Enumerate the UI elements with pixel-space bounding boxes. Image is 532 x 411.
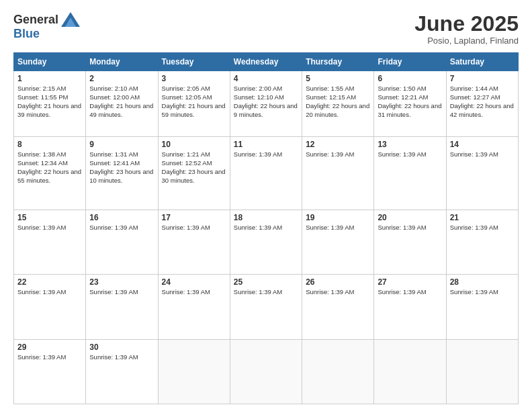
col-sunday: Sunday — [14, 53, 86, 71]
table-row: 8Sunrise: 1:38 AM Sunset: 12:34 AM Dayli… — [14, 137, 86, 210]
table-row: 12Sunrise: 1:39 AM — [302, 137, 374, 210]
day-number: 10 — [162, 140, 226, 149]
table-row: 28Sunrise: 1:39 AM — [446, 275, 518, 339]
calendar-week-row: 8Sunrise: 1:38 AM Sunset: 12:34 AM Dayli… — [14, 137, 519, 210]
table-row: 16Sunrise: 1:39 AM — [86, 210, 158, 275]
day-number: 19 — [306, 213, 370, 222]
day-info: Sunrise: 1:21 AM Sunset: 12:52 AM Daylig… — [162, 150, 226, 185]
calendar-header-row: Sunday Monday Tuesday Wednesday Thursday… — [14, 53, 519, 71]
col-wednesday: Wednesday — [230, 53, 302, 71]
calendar: Sunday Monday Tuesday Wednesday Thursday… — [13, 52, 519, 404]
table-row — [158, 339, 230, 404]
day-number: 26 — [306, 277, 370, 287]
table-row — [374, 339, 446, 404]
day-number: 14 — [450, 140, 515, 149]
day-number: 16 — [89, 213, 154, 222]
month-year: June 2025 — [414, 12, 519, 36]
day-info: Sunrise: 1:39 AM — [234, 224, 298, 232]
day-number: 18 — [234, 213, 298, 222]
table-row: 13Sunrise: 1:39 AM — [374, 137, 446, 210]
day-info: Sunrise: 1:31 AM Sunset: 12:41 AM Daylig… — [89, 150, 154, 185]
day-number: 30 — [89, 342, 154, 352]
day-info: Sunrise: 1:39 AM — [306, 150, 370, 159]
calendar-week-row: 29Sunrise: 1:39 AM30Sunrise: 1:39 AM — [14, 339, 519, 404]
table-row: 10Sunrise: 1:21 AM Sunset: 12:52 AM Dayl… — [158, 137, 230, 210]
day-info: Sunrise: 2:10 AM Sunset: 12:00 AM Daylig… — [89, 85, 154, 119]
day-info: Sunrise: 1:38 AM Sunset: 12:34 AM Daylig… — [17, 150, 82, 185]
day-number: 22 — [17, 277, 82, 287]
page: General Blue June 2025 Posio, Lapland, F… — [0, 0, 532, 411]
day-number: 6 — [378, 74, 442, 83]
day-number: 12 — [306, 140, 370, 149]
day-info: Sunrise: 1:39 AM — [450, 288, 515, 297]
logo-blue: Blue — [13, 27, 40, 40]
col-tuesday: Tuesday — [158, 53, 230, 71]
day-info: Sunrise: 1:39 AM — [306, 288, 370, 297]
day-info: Sunrise: 1:39 AM — [17, 288, 82, 297]
table-row — [446, 339, 518, 404]
table-row: 9Sunrise: 1:31 AM Sunset: 12:41 AM Dayli… — [86, 137, 158, 210]
day-info: Sunrise: 1:39 AM — [17, 224, 82, 232]
day-info: Sunrise: 1:39 AM — [378, 150, 442, 159]
table-row: 11Sunrise: 1:39 AM — [230, 137, 302, 210]
day-number: 28 — [450, 277, 515, 287]
table-row: 27Sunrise: 1:39 AM — [374, 275, 446, 339]
day-info: Sunrise: 1:39 AM — [306, 224, 370, 232]
table-row: 5Sunrise: 1:55 AM Sunset: 12:15 AM Dayli… — [302, 71, 374, 137]
title-block: June 2025 Posio, Lapland, Finland — [414, 12, 519, 46]
table-row: 7Sunrise: 1:44 AM Sunset: 12:27 AM Dayli… — [446, 71, 518, 137]
col-saturday: Saturday — [446, 53, 518, 71]
day-info: Sunrise: 2:00 AM Sunset: 12:10 AM Daylig… — [234, 85, 298, 119]
logo-text: General — [13, 13, 58, 26]
day-info: Sunrise: 1:39 AM — [450, 224, 515, 232]
table-row: 6Sunrise: 1:50 AM Sunset: 12:21 AM Dayli… — [374, 71, 446, 137]
day-number: 20 — [378, 213, 442, 222]
day-info: Sunrise: 1:39 AM — [162, 224, 226, 232]
col-friday: Friday — [374, 53, 446, 71]
table-row: 21Sunrise: 1:39 AM — [446, 210, 518, 275]
day-info: Sunrise: 1:44 AM Sunset: 12:27 AM Daylig… — [450, 85, 515, 119]
location: Posio, Lapland, Finland — [414, 36, 519, 46]
calendar-week-row: 1Sunrise: 2:15 AM Sunset: 11:55 PM Dayli… — [14, 71, 519, 137]
logo-icon — [61, 12, 80, 27]
day-info: Sunrise: 1:55 AM Sunset: 12:15 AM Daylig… — [306, 85, 370, 119]
table-row: 26Sunrise: 1:39 AM — [302, 275, 374, 339]
table-row: 17Sunrise: 1:39 AM — [158, 210, 230, 275]
day-number: 23 — [89, 277, 154, 287]
day-number: 27 — [378, 277, 442, 287]
day-info: Sunrise: 1:39 AM — [378, 224, 442, 232]
table-row: 30Sunrise: 1:39 AM — [86, 339, 158, 404]
table-row: 24Sunrise: 1:39 AM — [158, 275, 230, 339]
day-number: 25 — [234, 277, 298, 287]
table-row: 14Sunrise: 1:39 AM — [446, 137, 518, 210]
day-number: 5 — [306, 74, 370, 83]
day-info: Sunrise: 1:39 AM — [234, 150, 298, 159]
day-number: 15 — [17, 213, 82, 222]
table-row: 29Sunrise: 1:39 AM — [14, 339, 86, 404]
day-info: Sunrise: 1:39 AM — [234, 288, 298, 297]
table-row: 4Sunrise: 2:00 AM Sunset: 12:10 AM Dayli… — [230, 71, 302, 137]
col-monday: Monday — [86, 53, 158, 71]
calendar-week-row: 22Sunrise: 1:39 AM23Sunrise: 1:39 AM24Su… — [14, 275, 519, 339]
day-number: 17 — [162, 213, 226, 222]
table-row: 22Sunrise: 1:39 AM — [14, 275, 86, 339]
header: General Blue June 2025 Posio, Lapland, F… — [13, 12, 519, 46]
table-row: 15Sunrise: 1:39 AM — [14, 210, 86, 275]
table-row: 23Sunrise: 1:39 AM — [86, 275, 158, 339]
day-info: Sunrise: 2:05 AM Sunset: 12:05 AM Daylig… — [162, 85, 226, 119]
day-number: 9 — [89, 140, 154, 149]
day-info: Sunrise: 1:50 AM Sunset: 12:21 AM Daylig… — [378, 85, 442, 119]
day-info: Sunrise: 1:39 AM — [89, 288, 154, 297]
day-number: 29 — [17, 342, 82, 352]
day-number: 24 — [162, 277, 226, 287]
day-info: Sunrise: 1:39 AM — [162, 288, 226, 297]
day-number: 13 — [378, 140, 442, 149]
table-row: 19Sunrise: 1:39 AM — [302, 210, 374, 275]
table-row: 2Sunrise: 2:10 AM Sunset: 12:00 AM Dayli… — [86, 71, 158, 137]
day-number: 3 — [162, 74, 226, 83]
table-row: 20Sunrise: 1:39 AM — [374, 210, 446, 275]
day-number: 7 — [450, 74, 515, 83]
day-info: Sunrise: 2:15 AM Sunset: 11:55 PM Daylig… — [17, 85, 82, 119]
day-number: 21 — [450, 213, 515, 222]
table-row: 3Sunrise: 2:05 AM Sunset: 12:05 AM Dayli… — [158, 71, 230, 137]
